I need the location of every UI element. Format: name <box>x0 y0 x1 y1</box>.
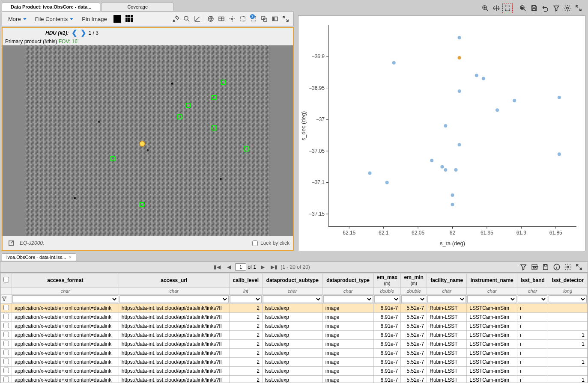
table-tab-obscore[interactable]: ivoa.ObsCore - data-int.lss... × <box>2 253 76 261</box>
more-button[interactable]: More <box>5 15 30 23</box>
filter-access_format[interactable] <box>12 295 118 303</box>
col-lsst_detector[interactable]: lsst_detector <box>548 273 588 288</box>
table-row[interactable]: application/x-votable+xml;content=datali… <box>1 313 588 322</box>
pan-icon[interactable] <box>491 3 501 13</box>
row-checkbox[interactable] <box>3 350 9 355</box>
filter-dataproduct_subtype[interactable] <box>263 295 322 303</box>
filter-lsst_detector[interactable] <box>549 295 587 303</box>
filter-em_max[interactable] <box>374 295 400 303</box>
image-area[interactable] <box>3 45 293 236</box>
source-marker[interactable] <box>212 95 217 100</box>
chart-expand-icon[interactable] <box>573 3 584 13</box>
filter-em_min[interactable] <box>401 295 426 303</box>
col-instrument_name[interactable]: instrument_name <box>467 273 517 288</box>
filter-instrument_name[interactable] <box>467 295 516 303</box>
pin-image-button[interactable]: Pin Image <box>78 15 110 23</box>
save-icon[interactable] <box>529 3 539 13</box>
next-page-icon[interactable]: ▶ <box>257 262 268 272</box>
source-marker[interactable] <box>177 114 182 119</box>
text-view-icon[interactable]: TXT <box>529 262 540 272</box>
close-icon[interactable]: × <box>69 255 71 260</box>
last-page-icon[interactable]: ▶▮ <box>269 262 279 272</box>
hips-icon[interactable] <box>206 14 216 24</box>
col-em_min[interactable]: em_min(m) <box>401 273 427 288</box>
table-expand-icon[interactable] <box>574 262 584 272</box>
table-row[interactable]: application/x-votable+xml;content=datali… <box>1 349 588 358</box>
selected-marker[interactable] <box>139 141 145 147</box>
tab-data-product[interactable]: Data Product: ivoa.ObsCore - data... <box>2 3 100 11</box>
table-row[interactable]: application/x-votable+xml;content=datali… <box>1 322 588 331</box>
col-type: char <box>262 288 322 295</box>
source-marker[interactable] <box>244 146 249 151</box>
filter-dataproduct_type[interactable] <box>323 295 373 303</box>
col-dataproduct_type[interactable]: dataproduct_type <box>322 273 373 288</box>
recenter-icon[interactable] <box>227 14 237 24</box>
row-checkbox[interactable] <box>3 332 9 337</box>
col-access_format[interactable]: access_format <box>12 273 119 288</box>
lock-by-click-checkbox[interactable] <box>252 240 258 246</box>
select-region-icon[interactable] <box>238 14 248 24</box>
table-row[interactable]: application/x-votable+xml;content=datali… <box>1 367 588 376</box>
chart-area[interactable]: 62.1562.162.056261.9561.961.85−36.9−36.9… <box>298 15 585 251</box>
col-access_url[interactable]: access_url <box>119 273 229 288</box>
filter-calib_level[interactable] <box>230 295 262 303</box>
cell-ptype: image <box>322 376 373 383</box>
prev-page-icon[interactable]: ◀ <box>224 262 234 272</box>
undo-icon[interactable] <box>540 3 550 13</box>
single-view-icon[interactable] <box>112 14 122 24</box>
tab-coverage[interactable]: Coverage <box>101 3 174 11</box>
row-checkbox[interactable] <box>3 368 9 373</box>
filter-facility_name[interactable] <box>427 295 466 303</box>
select-all-header[interactable] <box>1 273 12 288</box>
page-input[interactable] <box>235 263 246 271</box>
hdu-prev-icon[interactable]: ❮ <box>71 29 78 37</box>
col-lsst_band[interactable]: lsst_band <box>517 273 548 288</box>
row-checkbox[interactable] <box>3 377 9 382</box>
info-icon[interactable] <box>270 14 280 24</box>
table-row[interactable]: application/x-votable+xml;content=datali… <box>1 304 588 313</box>
col-dataproduct_subtype[interactable]: dataproduct_subtype <box>262 273 322 288</box>
first-page-icon[interactable]: ▮◀ <box>212 262 222 272</box>
overlays-icon[interactable] <box>259 14 269 24</box>
source-marker[interactable] <box>212 125 217 131</box>
row-checkbox[interactable] <box>3 305 9 310</box>
table-save-icon[interactable] <box>540 262 551 272</box>
source-marker[interactable] <box>139 202 144 207</box>
select-all-checkbox[interactable] <box>3 277 9 282</box>
color-table-icon[interactable] <box>216 14 227 24</box>
table-row[interactable]: application/x-votable+xml;content=datali… <box>1 358 588 367</box>
row-checkbox[interactable] <box>3 359 9 364</box>
tools-icon[interactable] <box>171 14 181 24</box>
table-gear-icon[interactable] <box>563 262 573 272</box>
file-contents-button[interactable]: File Contents <box>32 15 77 23</box>
table-filter-icon[interactable] <box>518 262 528 272</box>
table-info-icon[interactable] <box>552 262 562 272</box>
search-magnifier-icon[interactable] <box>182 14 192 24</box>
filter-access_url[interactable] <box>119 295 229 303</box>
table-row[interactable]: application/x-votable+xml;content=datali… <box>1 340 588 349</box>
source-marker[interactable] <box>221 80 226 85</box>
zoom-in-icon[interactable] <box>480 3 490 13</box>
hdu-next-icon[interactable]: ❯ <box>80 29 87 37</box>
table-row[interactable]: application/x-votable+xml;content=datali… <box>1 331 588 340</box>
row-checkbox[interactable] <box>3 314 9 319</box>
popout-icon[interactable] <box>6 238 16 248</box>
source-marker[interactable] <box>185 103 191 108</box>
row-checkbox[interactable] <box>3 323 9 328</box>
stretch-icon[interactable] <box>192 14 203 24</box>
col-calib_level[interactable]: calib_level <box>229 273 262 288</box>
filter-lsst_band[interactable] <box>518 295 547 303</box>
table-wrap[interactable]: access_formataccess_urlcalib_leveldatapr… <box>0 273 588 383</box>
expand-icon[interactable] <box>281 14 291 24</box>
filter-icon[interactable] <box>551 3 561 13</box>
source-marker[interactable] <box>110 156 115 161</box>
col-facility_name[interactable]: facility_name <box>427 273 467 288</box>
table-row[interactable]: application/x-votable+xml;content=datali… <box>1 376 588 383</box>
grid-view-icon[interactable] <box>124 14 134 24</box>
gear-icon[interactable] <box>562 3 573 13</box>
row-checkbox[interactable] <box>3 341 9 346</box>
col-em_max[interactable]: em_max(m) <box>373 273 401 288</box>
layers-icon[interactable]: 3 <box>248 14 259 24</box>
zoom-reset-icon[interactable]: 1x <box>518 3 528 13</box>
select-box-icon[interactable] <box>502 3 513 13</box>
